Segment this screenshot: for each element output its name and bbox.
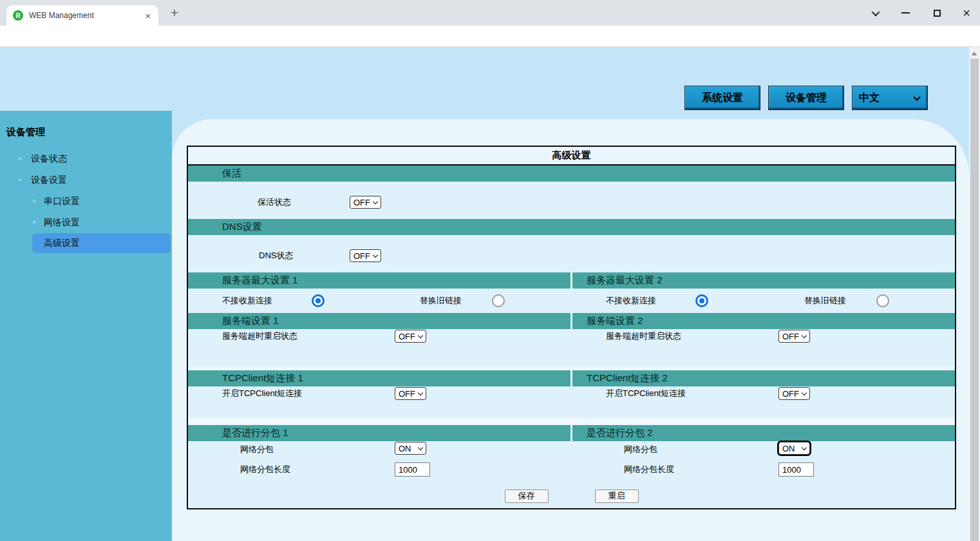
replace-old-link-radio-2[interactable] bbox=[876, 294, 889, 307]
sidebar-title: 设备管理 bbox=[6, 126, 45, 138]
chevron-down-icon bbox=[802, 333, 807, 338]
tcp-client-short-link-value-1: OFF bbox=[399, 389, 415, 399]
browser-tab-strip: R WEB Management × + × bbox=[0, 0, 980, 26]
network-packet-label-2: 网络分包 bbox=[624, 443, 657, 456]
chevron-down-icon bbox=[418, 333, 423, 338]
network-packet-label-1: 网络分包 bbox=[240, 443, 274, 456]
network-packet-length-label-2: 网络分包长度 bbox=[624, 463, 674, 476]
server-side-row: 服务端超时重启状态 OFF 服务端超时重启状态 OFF bbox=[188, 329, 955, 366]
section-header-dns: DNS设置 bbox=[188, 219, 955, 235]
no-new-connection-radio-1[interactable] bbox=[312, 294, 325, 307]
section-header-label: 服务端设置 1 bbox=[222, 313, 279, 329]
packet-length-input-2[interactable] bbox=[778, 462, 814, 477]
page-scrollbar[interactable] bbox=[969, 47, 980, 541]
dns-row: DNS状态 OFF bbox=[188, 235, 955, 272]
tcp-client-short-link-value-2: OFF bbox=[782, 389, 799, 399]
no-new-connection-radio-2[interactable] bbox=[695, 294, 708, 307]
sidebar-item-network-settings[interactable]: » 网络设置 bbox=[0, 216, 172, 230]
tab-title: WEB Management bbox=[29, 11, 144, 20]
section-header-label: 是否进行分包 2 bbox=[587, 425, 653, 441]
tcp-client-short-link-select-1[interactable]: OFF bbox=[395, 387, 426, 400]
section-header-server-max: 服务器最大设置 1 服务器最大设置 2 bbox=[188, 272, 955, 289]
scroll-up-icon[interactable] bbox=[972, 52, 977, 55]
replace-old-link-label-1: 替换旧链接 bbox=[420, 294, 462, 307]
section-header-label: 服务器最大设置 2 bbox=[587, 272, 663, 289]
action-button-row: 保存 重启 bbox=[188, 484, 955, 508]
network-packet-select-1[interactable]: ON bbox=[395, 442, 426, 455]
browser-address-bar: 不安全 192.168.0.148/html/DeviceSet.html ⋮ bbox=[0, 26, 980, 47]
section-header-label: 服务器最大设置 1 bbox=[222, 272, 298, 289]
sidebar-item-label: 串口设置 bbox=[44, 196, 80, 207]
tab-search-icon[interactable] bbox=[869, 6, 883, 19]
chevron-down-icon bbox=[418, 445, 423, 450]
network-packet-select-2[interactable]: ON bbox=[778, 442, 810, 455]
chevron-down-icon bbox=[913, 93, 920, 100]
packet-split-row: 网络分包 ON 网络分包 ON bbox=[188, 441, 955, 458]
keepalive-status-label: 保活状态 bbox=[258, 196, 291, 209]
keepalive-status-select[interactable]: OFF bbox=[350, 196, 381, 209]
tcp-client-short-link-select-2[interactable]: OFF bbox=[778, 387, 810, 400]
packet-length-input-1[interactable] bbox=[395, 462, 430, 477]
system-settings-button[interactable]: 系统设置 bbox=[684, 86, 760, 110]
replace-old-link-radio-1[interactable] bbox=[492, 294, 505, 307]
device-management-button[interactable]: 设备管理 bbox=[768, 86, 844, 110]
minimize-icon[interactable] bbox=[898, 6, 912, 19]
server-timeout-restart-value-1: OFF bbox=[399, 332, 415, 341]
dns-status-value: OFF bbox=[353, 251, 370, 261]
advanced-settings-table: 高级设置 保活 保活状态 OFF DNS设置 DNS状态 OFF 服务器最大设置… bbox=[187, 146, 956, 509]
dns-status-label: DNS状态 bbox=[259, 249, 293, 262]
chevron-down-icon bbox=[802, 445, 807, 450]
sidebar-item-device-status[interactable]: » 设备状态 bbox=[0, 152, 172, 166]
section-header-packet: 是否进行分包 1 是否进行分包 2 bbox=[188, 425, 955, 441]
no-new-connection-label-1: 不接收新连接 bbox=[222, 294, 272, 307]
tab-close-icon[interactable]: × bbox=[144, 11, 152, 21]
language-select[interactable]: 中文 bbox=[852, 86, 928, 110]
section-header-label: 保活 bbox=[222, 166, 241, 182]
arrow-bullet-icon: » bbox=[18, 154, 22, 162]
sidebar-item-label: 设备状态 bbox=[31, 153, 67, 165]
save-button[interactable]: 保存 bbox=[505, 489, 549, 503]
close-icon[interactable]: × bbox=[959, 6, 974, 19]
favicon: R bbox=[13, 10, 23, 21]
section-header-server-side: 服务端设置 1 服务端设置 2 bbox=[188, 313, 955, 329]
sidebar-item-advanced-settings[interactable]: 高级设置 bbox=[32, 233, 171, 253]
browser-tab[interactable]: R WEB Management × bbox=[6, 5, 158, 26]
section-header-label: TCPClient短连接 1 bbox=[222, 370, 303, 386]
section-header-keepalive: 保活 bbox=[188, 166, 955, 182]
server-timeout-restart-label-1: 服务端超时重启状态 bbox=[222, 330, 297, 343]
chevron-down-icon bbox=[373, 252, 378, 258]
sidebar-item-label: 高级设置 bbox=[44, 238, 80, 249]
dns-status-select[interactable]: OFF bbox=[350, 249, 381, 262]
no-new-connection-label-2: 不接收新连接 bbox=[606, 294, 656, 307]
sidebar-item-label: 设备设置 bbox=[31, 175, 67, 186]
server-max-radio-row: 不接收新连接 替换旧链接 不接收新连接 替换旧链接 bbox=[188, 289, 955, 313]
server-timeout-restart-label-2: 服务端超时重启状态 bbox=[606, 330, 681, 343]
maximize-icon[interactable] bbox=[930, 6, 944, 19]
sidebar: 设备管理 » 设备状态 » 设备设置 » 串口设置 » 网络设置 高级设置 bbox=[0, 111, 172, 541]
scrollbar-thumb[interactable] bbox=[970, 59, 979, 541]
section-header-label: TCPClient短连接 2 bbox=[587, 370, 668, 386]
packet-length-row: 网络分包长度 网络分包长度 bbox=[188, 458, 955, 484]
chevron-down-icon bbox=[373, 199, 378, 204]
arrow-bullet-icon: » bbox=[32, 218, 36, 225]
section-gap bbox=[188, 418, 955, 425]
restart-button[interactable]: 重启 bbox=[595, 489, 639, 503]
language-value: 中文 bbox=[859, 91, 880, 105]
server-timeout-restart-value-2: OFF bbox=[782, 332, 799, 341]
new-tab-icon[interactable]: + bbox=[167, 6, 182, 20]
arrow-bullet-icon: » bbox=[32, 196, 36, 204]
sidebar-item-label: 网络设置 bbox=[44, 217, 80, 229]
network-packet-value-2: ON bbox=[782, 444, 795, 453]
server-timeout-restart-select-2[interactable]: OFF bbox=[778, 330, 810, 343]
sidebar-item-device-settings[interactable]: » 设备设置 bbox=[0, 173, 172, 187]
sidebar-item-serial-settings[interactable]: » 串口设置 bbox=[0, 195, 172, 209]
page-title: 高级设置 bbox=[188, 147, 955, 166]
section-header-label: DNS设置 bbox=[222, 219, 262, 235]
section-header-label: 是否进行分包 1 bbox=[222, 425, 288, 441]
network-packet-value-1: ON bbox=[399, 444, 411, 453]
tcp-client-short-link-label-1: 开启TCPClient短连接 bbox=[222, 387, 302, 400]
section-header-label: 服务端设置 2 bbox=[587, 313, 643, 329]
server-timeout-restart-select-1[interactable]: OFF bbox=[395, 330, 426, 343]
section-header-tcp-client: TCPClient短连接 1 TCPClient短连接 2 bbox=[188, 370, 955, 386]
keepalive-status-value: OFF bbox=[353, 198, 370, 207]
